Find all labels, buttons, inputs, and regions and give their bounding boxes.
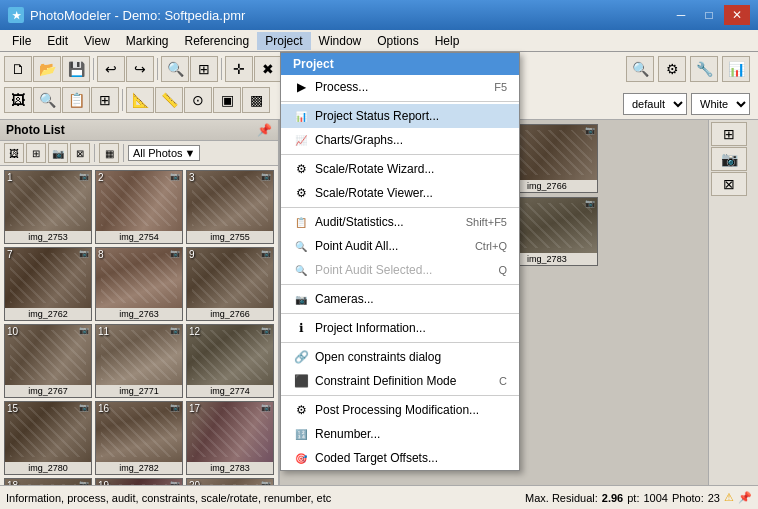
window-title: PhotoModeler - Demo: Softpedia.pmr — [30, 8, 245, 23]
save-button[interactable]: 💾 — [62, 56, 90, 82]
photo-list-panel: Photo List 📌 🖼 ⊞ 📷 ⊠ ▦ All Photos ▼ 1📷 i… — [0, 120, 280, 485]
menu-project-status[interactable]: 📊 Project Status Report... — [281, 104, 519, 128]
undo-button[interactable]: ↩ — [97, 56, 125, 82]
menu-charts[interactable]: 📈 Charts/Graphs... — [281, 128, 519, 152]
rt-btn1[interactable]: ⊞ — [711, 122, 747, 146]
sep-1 — [281, 101, 519, 102]
menu-project-info-label: Project Information... — [315, 321, 507, 335]
photo-tb-btn2[interactable]: ⊞ — [26, 143, 46, 163]
redo-button[interactable]: ↪ — [126, 56, 154, 82]
photo-thumb-8[interactable]: 8📷 img_2763 — [95, 247, 183, 321]
menu-point-audit-all[interactable]: 🔍 Point Audit All... Ctrl+Q — [281, 234, 519, 258]
menu-project[interactable]: Project — [257, 32, 310, 50]
photo-thumb-3[interactable]: 3📷 img_2755 — [186, 170, 274, 244]
menu-process[interactable]: ▶ Process... F5 — [281, 75, 519, 99]
menu-scale-wizard[interactable]: ⚙ Scale/Rotate Wizard... — [281, 157, 519, 181]
menu-post-processing[interactable]: ⚙ Post Processing Modification... — [281, 398, 519, 422]
all-photos-label: All Photos — [133, 147, 183, 159]
menu-view[interactable]: View — [76, 32, 118, 50]
photo-thumb-19[interactable]: 19📷 img_2790 — [95, 478, 183, 485]
cameras-icon: 📷 — [293, 291, 309, 307]
maximize-button[interactable]: □ — [696, 5, 722, 25]
menu-scale-viewer[interactable]: ⚙ Scale/Rotate Viewer... — [281, 181, 519, 205]
all-photos-dropdown[interactable]: All Photos ▼ — [128, 145, 200, 161]
menu-window[interactable]: Window — [311, 32, 370, 50]
t2-btn8[interactable]: ▣ — [213, 87, 241, 113]
menu-scale-viewer-label: Scale/Rotate Viewer... — [315, 186, 507, 200]
menu-scale-wizard-label: Scale/Rotate Wizard... — [315, 162, 507, 176]
photo-thumb-11[interactable]: 11📷 img_2771 — [95, 324, 183, 398]
photo-thumb-9[interactable]: 9📷 img_2766 — [186, 247, 274, 321]
zoom-fit-button[interactable]: ⊞ — [190, 56, 218, 82]
menu-options[interactable]: Options — [369, 32, 426, 50]
photo-thumb-20[interactable]: 20📷 img_2797 — [186, 478, 274, 485]
t2-btn9[interactable]: ▩ — [242, 87, 270, 113]
open-button[interactable]: 📂 — [33, 56, 61, 82]
r-btn1[interactable]: 🔍 — [626, 56, 654, 82]
photo-list-header: Photo List 📌 — [0, 120, 278, 141]
menu-help[interactable]: Help — [427, 32, 468, 50]
project-status-icon: 📊 — [293, 108, 309, 124]
rt-btn3[interactable]: ⊠ — [711, 172, 747, 196]
menu-project-info[interactable]: ℹ Project Information... — [281, 316, 519, 340]
new-button[interactable]: 🗋 — [4, 56, 32, 82]
photo-thumb-17[interactable]: 17📷 img_2783 — [186, 401, 274, 475]
t2-btn2[interactable]: 🔍 — [33, 87, 61, 113]
point-audit-all-icon: 🔍 — [293, 238, 309, 254]
menu-open-constraints[interactable]: 🔗 Open constraints dialog — [281, 345, 519, 369]
menu-constraint-mode-shortcut: C — [499, 375, 507, 387]
t2-btn4[interactable]: ⊞ — [91, 87, 119, 113]
t2-btn5[interactable]: 📐 — [126, 87, 154, 113]
scale-viewer-icon: ⚙ — [293, 185, 309, 201]
menu-open-constraints-label: Open constraints dialog — [315, 350, 507, 364]
photo-list-pin[interactable]: 📌 — [257, 123, 272, 137]
menu-process-label: Process... — [315, 80, 488, 94]
mark-button[interactable]: ✛ — [225, 56, 253, 82]
status-info: Max. Residual: 2.96 pt: 1004 Photo: 23 ⚠… — [525, 491, 752, 504]
zoom-in-button[interactable]: 🔍 — [161, 56, 189, 82]
photo-thumb-15[interactable]: 15📷 img_2780 — [4, 401, 92, 475]
menu-process-shortcut: F5 — [494, 81, 507, 93]
sep-7 — [281, 395, 519, 396]
t2-btn7[interactable]: ⊙ — [184, 87, 212, 113]
white-dropdown[interactable]: White — [691, 93, 750, 115]
t2-btn1[interactable]: 🖼 — [4, 87, 32, 113]
photo-tb-btn3[interactable]: 📷 — [48, 143, 68, 163]
r-btn3[interactable]: 🔧 — [690, 56, 718, 82]
delete-button[interactable]: ✖ — [254, 56, 282, 82]
sep-6 — [281, 342, 519, 343]
photo-thumb-7[interactable]: 7📷 img_2762 — [4, 247, 92, 321]
menu-constraint-mode[interactable]: ⬛ Constraint Definition Mode C — [281, 369, 519, 393]
photo-thumb-1[interactable]: 1📷 img_2753 — [4, 170, 92, 244]
menu-renumber[interactable]: 🔢 Renumber... — [281, 422, 519, 446]
r-btn4[interactable]: 📊 — [722, 56, 750, 82]
status-text: Information, process, audit, constraints… — [6, 492, 517, 504]
t2-btn6[interactable]: 📏 — [155, 87, 183, 113]
sep-2 — [281, 154, 519, 155]
menu-marking[interactable]: Marking — [118, 32, 177, 50]
menu-file[interactable]: File — [4, 32, 39, 50]
photo-tb-btn1[interactable]: 🖼 — [4, 143, 24, 163]
scale-wizard-icon: ⚙ — [293, 161, 309, 177]
menu-audit[interactable]: 📋 Audit/Statistics... Shift+F5 — [281, 210, 519, 234]
photo-thumb-2[interactable]: 2📷 img_2754 — [95, 170, 183, 244]
charts-icon: 📈 — [293, 132, 309, 148]
rt-btn2[interactable]: 📷 — [711, 147, 747, 171]
constraint-mode-icon: ⬛ — [293, 373, 309, 389]
r-btn2[interactable]: ⚙ — [658, 56, 686, 82]
photo-thumb-18[interactable]: 18📷 img_2787 — [4, 478, 92, 485]
photo-tb-btn4[interactable]: ⊠ — [70, 143, 90, 163]
photo-thumb-12[interactable]: 12📷 img_2774 — [186, 324, 274, 398]
photo-thumb-10[interactable]: 10📷 img_2767 — [4, 324, 92, 398]
menu-point-audit-selected-label: Point Audit Selected... — [315, 263, 492, 277]
t2-btn3[interactable]: 📋 — [62, 87, 90, 113]
photo-thumb-16[interactable]: 16📷 img_2782 — [95, 401, 183, 475]
menu-referencing[interactable]: Referencing — [177, 32, 258, 50]
menu-coded-targets[interactable]: 🎯 Coded Target Offsets... — [281, 446, 519, 470]
menu-edit[interactable]: Edit — [39, 32, 76, 50]
menu-cameras[interactable]: 📷 Cameras... — [281, 287, 519, 311]
minimize-button[interactable]: ─ — [668, 5, 694, 25]
default-dropdown[interactable]: default — [623, 93, 687, 115]
photo-tb-btn5[interactable]: ▦ — [99, 143, 119, 163]
close-button[interactable]: ✕ — [724, 5, 750, 25]
